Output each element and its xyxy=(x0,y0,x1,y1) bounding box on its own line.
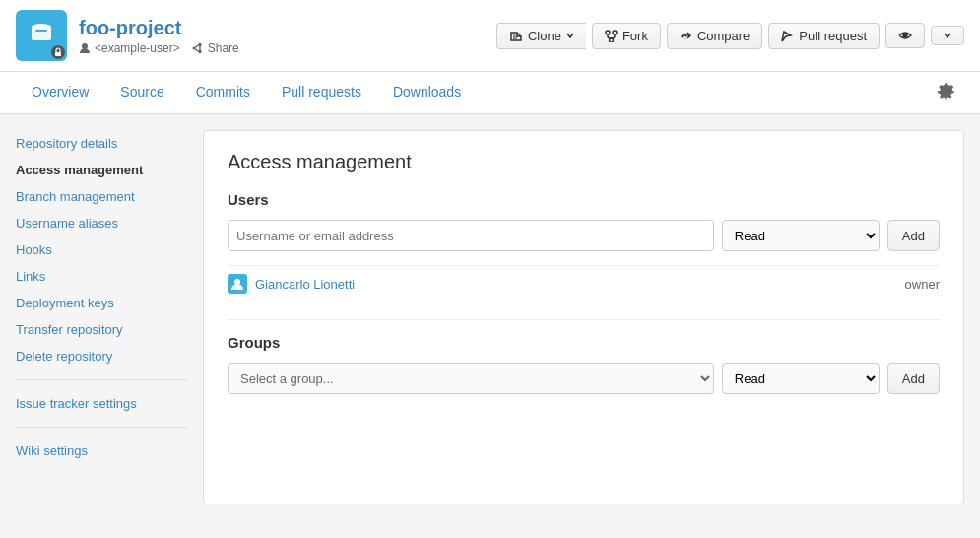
sidebar-item-transfer-repository[interactable]: Transfer repository xyxy=(16,316,187,343)
username-email-input[interactable] xyxy=(228,220,714,251)
sidebar-item-delete-repository[interactable]: Delete repository xyxy=(16,343,187,370)
tab-source[interactable]: Source xyxy=(104,74,179,112)
watch-button[interactable] xyxy=(885,23,925,48)
svg-rect-3 xyxy=(55,52,61,56)
group-permission-select[interactable]: Read Write Admin xyxy=(722,363,880,394)
watch-dropdown-button[interactable] xyxy=(931,26,964,45)
settings-icon[interactable] xyxy=(927,72,964,113)
repo-info: foo-project <example-user> Share xyxy=(79,17,239,55)
tab-overview[interactable]: Overview xyxy=(16,74,104,112)
header-left: foo-project <example-user> Share xyxy=(16,10,239,61)
sidebar-item-username-aliases[interactable]: Username aliases xyxy=(16,210,187,236)
repo-meta: <example-user> Share xyxy=(79,41,239,55)
svg-point-9 xyxy=(613,31,617,34)
sidebar: Repository details Access management Bra… xyxy=(16,130,203,504)
users-section-title: Users xyxy=(228,191,940,208)
svg-rect-5 xyxy=(198,43,201,46)
svg-point-7 xyxy=(192,46,195,49)
clone-button[interactable]: Clone xyxy=(496,23,586,49)
nav-tabs-left: Overview Source Commits Pull requests Do… xyxy=(16,74,477,112)
svg-rect-6 xyxy=(198,50,201,53)
add-user-button[interactable]: Add xyxy=(887,220,940,251)
sidebar-item-issue-tracker-settings[interactable]: Issue tracker settings xyxy=(16,390,187,417)
user-info: Giancarlo Lionetti xyxy=(228,274,355,294)
sidebar-item-links[interactable]: Links xyxy=(16,263,187,290)
header: foo-project <example-user> Share Clone xyxy=(0,0,980,72)
section-separator xyxy=(228,319,940,320)
svg-point-1 xyxy=(32,24,51,30)
group-select[interactable]: Select a group... xyxy=(228,363,714,394)
fork-button[interactable]: Fork xyxy=(592,23,661,49)
add-group-button[interactable]: Add xyxy=(887,363,940,394)
clone-button-group: Clone xyxy=(496,23,586,49)
compare-button[interactable]: Compare xyxy=(667,23,762,49)
nav-tabs: Overview Source Commits Pull requests Do… xyxy=(0,72,980,114)
svg-point-11 xyxy=(903,34,907,37)
header-actions: Clone Fork Compare Pull request xyxy=(496,23,964,49)
page-title: Access management xyxy=(228,151,940,173)
add-user-form-row: Read Write Admin Add xyxy=(228,220,940,251)
sidebar-divider-1 xyxy=(16,379,187,380)
share-link[interactable]: Share xyxy=(192,41,239,55)
sidebar-item-wiki-settings[interactable]: Wiki settings xyxy=(16,437,187,464)
tab-commits[interactable]: Commits xyxy=(180,74,266,112)
existing-user-name[interactable]: Giancarlo Lionetti xyxy=(255,277,355,292)
content-area: Access management Users Read Write Admin… xyxy=(203,130,964,504)
sidebar-item-branch-management[interactable]: Branch management xyxy=(16,183,187,210)
user-role: owner xyxy=(905,277,940,292)
main-layout: Repository details Access management Bra… xyxy=(0,114,980,520)
user-avatar-icon xyxy=(228,274,247,294)
avatar xyxy=(16,10,67,61)
sidebar-divider-2 xyxy=(16,427,187,428)
add-group-form-row: Select a group... Read Write Admin Add xyxy=(228,363,940,394)
repo-owner: <example-user> xyxy=(79,41,180,55)
sidebar-item-hooks[interactable]: Hooks xyxy=(16,236,187,263)
tab-pull-requests[interactable]: Pull requests xyxy=(266,74,377,112)
groups-section-title: Groups xyxy=(228,334,940,351)
sidebar-item-deployment-keys[interactable]: Deployment keys xyxy=(16,290,187,316)
repo-name[interactable]: foo-project xyxy=(79,17,239,39)
user-permission-select[interactable]: Read Write Admin xyxy=(722,220,880,251)
sidebar-item-repository-details[interactable]: Repository details xyxy=(16,130,187,157)
tab-downloads[interactable]: Downloads xyxy=(377,74,477,112)
svg-rect-2 xyxy=(35,30,47,32)
user-row: Giancarlo Lionetti owner xyxy=(228,265,940,302)
pull-request-button[interactable]: Pull request xyxy=(768,23,880,49)
svg-point-8 xyxy=(606,31,610,34)
sidebar-item-access-management[interactable]: Access management xyxy=(16,157,187,183)
private-badge xyxy=(51,45,65,59)
